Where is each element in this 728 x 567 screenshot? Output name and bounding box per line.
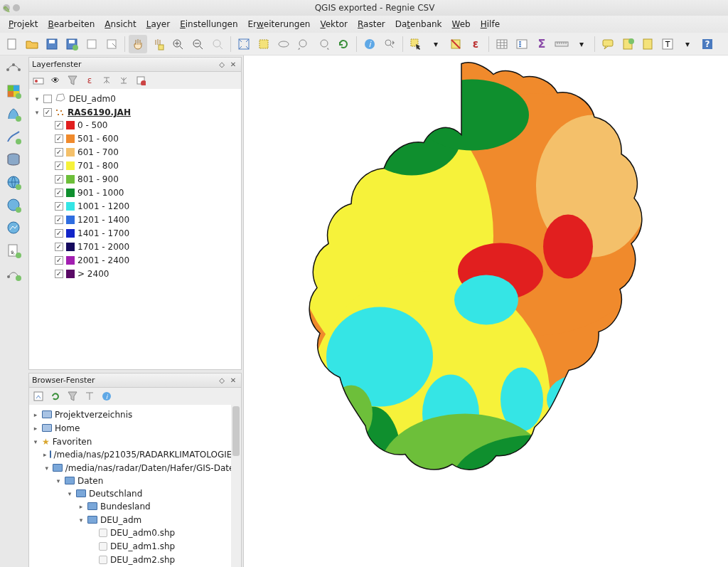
panel-undock-button[interactable]: ◇ [217, 376, 227, 386]
add-postgis-button[interactable] [4, 149, 23, 169]
window-controls[interactable]: ✎ [3, 4, 20, 11]
svg-point-81 [568, 449, 618, 506]
map-canvas[interactable] [243, 55, 728, 567]
annotation-dropdown-button[interactable]: ▾ [678, 35, 697, 53]
add-spatialite-button[interactable] [4, 104, 23, 124]
add-raster-layer-button[interactable] [4, 81, 23, 101]
legend-checkbox[interactable] [55, 243, 63, 251]
layer-collapse-button[interactable] [117, 74, 130, 87]
layer-checkbox[interactable] [43, 108, 52, 117]
layer-style-button[interactable] [32, 74, 45, 87]
legend-checkbox[interactable] [55, 202, 63, 211]
layer-remove-button[interactable] [134, 74, 147, 87]
legend-swatch [66, 216, 75, 224]
add-wcs-button[interactable] [4, 195, 23, 215]
save-as-button[interactable] [63, 35, 81, 53]
add-csv-button[interactable]: 9, [4, 240, 23, 260]
layer-visibility-button[interactable]: 👁 [49, 74, 62, 87]
layer-expr-filter-button[interactable]: ε [83, 74, 96, 87]
zoom-in-button[interactable] [168, 35, 187, 53]
add-wfs-button[interactable] [4, 218, 23, 238]
layer-expand-button[interactable] [100, 74, 113, 87]
panel-close-button[interactable]: ✕ [228, 376, 238, 386]
identify-button[interactable]: i [360, 35, 379, 53]
show-bookmarks-button[interactable] [638, 35, 657, 53]
legend-checkbox[interactable] [55, 121, 63, 129]
identify-dropdown-button[interactable] [380, 35, 399, 53]
legend-checkbox[interactable] [55, 216, 63, 224]
new-bookmark-button[interactable] [619, 35, 637, 53]
browser-refresh-button[interactable] [49, 390, 62, 403]
legend-checkbox[interactable] [55, 229, 63, 238]
zoom-native-button[interactable] [208, 35, 227, 53]
text-annotation-button[interactable]: T [658, 35, 677, 53]
new-project-button[interactable] [3, 35, 21, 53]
panel-close-button[interactable]: ✕ [228, 60, 238, 70]
legend-checkbox[interactable] [55, 161, 63, 170]
menu-einstellungen[interactable]: Einstellungen [176, 17, 242, 31]
expand-icon[interactable]: ▾ [33, 95, 41, 102]
legend-checkbox[interactable] [55, 134, 63, 143]
file-icon [99, 542, 107, 551]
save-button[interactable] [43, 35, 61, 53]
menu-datenbank[interactable]: Datenbank [391, 17, 446, 31]
layer-checkbox[interactable] [43, 95, 52, 103]
browser-properties-button[interactable]: i [100, 390, 113, 403]
menu-bearbeiten[interactable]: Bearbeiten [43, 17, 99, 31]
legend-checkbox[interactable] [55, 148, 63, 157]
layer-tree[interactable]: ▾ DEU_adm0 ▾ RAS6190.JAH [31, 92, 240, 281]
zoom-last-button[interactable] [294, 35, 313, 53]
browser-collapse-button[interactable] [83, 390, 96, 403]
zoom-out-button[interactable] [188, 35, 207, 53]
measure-button[interactable] [552, 35, 571, 53]
field-calculator-button[interactable] [513, 35, 531, 53]
zoom-full-button[interactable] [235, 35, 253, 53]
svg-point-19 [385, 40, 391, 46]
refresh-button[interactable] [334, 35, 353, 53]
legend-checkbox[interactable] [55, 189, 63, 197]
zoom-to-selection-button[interactable] [255, 35, 273, 53]
legend-checkbox[interactable] [55, 256, 63, 265]
help-button[interactable]: ? [698, 35, 717, 53]
legend-checkbox[interactable] [55, 270, 63, 278]
zoom-to-layer-button[interactable] [274, 35, 293, 53]
panel-undock-button[interactable]: ◇ [217, 60, 227, 70]
svg-rect-60 [34, 392, 43, 401]
select-dropdown-button[interactable]: ▾ [427, 35, 445, 53]
select-features-button[interactable] [407, 35, 425, 53]
open-project-button[interactable] [23, 35, 41, 53]
legend-checkbox[interactable] [55, 175, 63, 184]
menu-ansicht[interactable]: Ansicht [100, 17, 140, 31]
menu-hilfe[interactable]: Hilfe [476, 17, 504, 31]
browser-tree[interactable]: ▸Projektverzeichnis ▸Home ▾★Favoriten ▸/… [31, 408, 240, 567]
menu-web[interactable]: Web [448, 17, 475, 31]
add-wms-button[interactable] [4, 172, 23, 192]
layout-manager-button[interactable] [102, 35, 121, 53]
zoom-next-button[interactable] [314, 35, 333, 53]
svg-rect-39 [8, 91, 14, 97]
statistics-button[interactable]: Σ [532, 35, 551, 53]
measure-dropdown-button[interactable]: ▾ [572, 35, 591, 53]
add-delimited-text-button[interactable] [4, 127, 23, 147]
layer-filter-button[interactable] [66, 74, 79, 87]
menu-raster[interactable]: Raster [353, 17, 390, 31]
expression-select-button[interactable]: ε [466, 35, 485, 53]
deselect-button[interactable] [446, 35, 465, 53]
layer-panel-toolbar: 👁 ε [29, 72, 241, 89]
menu-layer[interactable]: Layer [142, 17, 174, 31]
open-attribute-table-button[interactable] [493, 35, 511, 53]
map-tips-button[interactable] [599, 35, 617, 53]
browser-filter-button[interactable] [66, 390, 79, 403]
expand-icon[interactable]: ▾ [33, 109, 41, 116]
browser-add-button[interactable] [32, 390, 45, 403]
browser-scrollbar[interactable] [231, 405, 241, 567]
pan-to-selection-button[interactable] [149, 35, 167, 53]
menu-erweiterungen[interactable]: Erweiterungen [244, 17, 315, 31]
menu-projekt[interactable]: Projekt [4, 17, 42, 31]
pan-button[interactable] [129, 35, 147, 53]
menu-vektor[interactable]: Vektor [316, 17, 352, 31]
svg-point-69 [543, 214, 593, 278]
new-print-layout-button[interactable] [82, 35, 101, 53]
add-virtual-layer-button[interactable] [4, 263, 23, 283]
add-vector-layer-button[interactable] [4, 58, 23, 78]
